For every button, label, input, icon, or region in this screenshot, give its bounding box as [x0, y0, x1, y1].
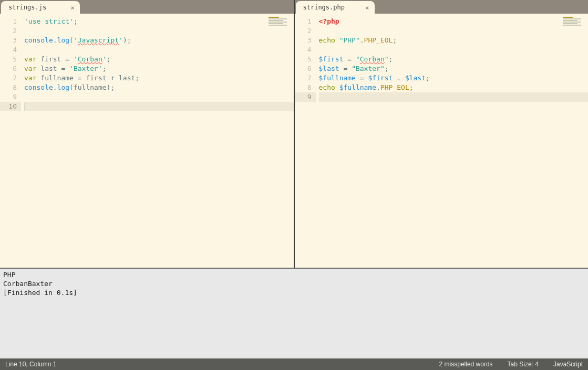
- editor-split: strings.js × 12345678910 'use strict';co…: [0, 0, 588, 268]
- status-spell[interactable]: 2 misspelled words: [439, 361, 493, 368]
- code-right[interactable]: <?phpecho "PHP".PHP_EOL;$first = "Corban…: [316, 14, 589, 268]
- tab-strings-js[interactable]: strings.js ×: [1, 1, 80, 14]
- tab-title: strings.js: [8, 4, 46, 11]
- minimap-right[interactable]: [563, 17, 585, 31]
- pane-left: strings.js × 12345678910 'use strict';co…: [0, 0, 294, 268]
- tab-bar-left[interactable]: strings.js ×: [0, 0, 294, 14]
- gutter-right: 123456789: [295, 14, 316, 268]
- status-syntax[interactable]: JavaScript: [553, 361, 583, 368]
- minimap-left[interactable]: [269, 17, 291, 31]
- editor-left[interactable]: 12345678910 'use strict';console.log('Ja…: [0, 14, 294, 268]
- code-left[interactable]: 'use strict';console.log('Javascript');v…: [21, 14, 294, 268]
- status-tabsize[interactable]: Tab Size: 4: [508, 361, 539, 368]
- status-cursor[interactable]: Line 10, Column 1: [5, 361, 56, 368]
- status-bar: Line 10, Column 1 2 misspelled words Tab…: [0, 358, 588, 370]
- build-output-panel[interactable]: PHP CorbanBaxter [Finished in 0.1s]: [0, 268, 588, 358]
- tab-bar-right[interactable]: strings.php ×: [295, 0, 589, 14]
- tab-strings-php[interactable]: strings.php ×: [296, 1, 375, 14]
- editor-right[interactable]: 123456789 <?phpecho "PHP".PHP_EOL;$first…: [295, 14, 589, 268]
- close-icon[interactable]: ×: [365, 4, 369, 12]
- pane-right: strings.php × 123456789 <?phpecho "PHP".…: [294, 0, 589, 268]
- tab-title: strings.php: [303, 4, 345, 11]
- close-icon[interactable]: ×: [70, 4, 75, 12]
- gutter-left: 12345678910: [0, 14, 21, 268]
